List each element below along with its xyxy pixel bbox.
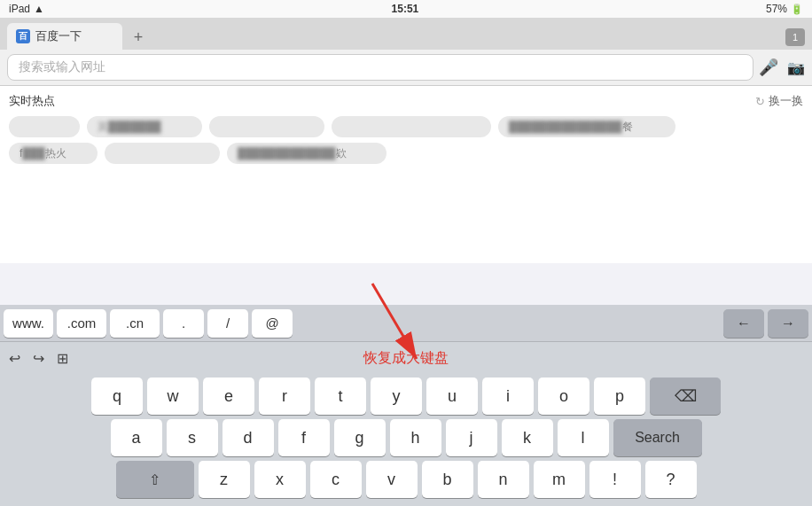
key-t[interactable]: t [315, 378, 366, 415]
tabs-count[interactable]: 1 [785, 28, 805, 46]
hotspot-row-2: f███热火 █████████████欵 [9, 143, 803, 164]
baidu-icon: 百 [16, 29, 30, 43]
address-placeholder: 搜索或输入网址 [19, 59, 105, 75]
key-z[interactable]: z [199, 461, 250, 498]
hotspot-item[interactable]: f███热火 [9, 143, 98, 164]
key-i[interactable]: i [482, 378, 534, 415]
status-left: iPad ▲ [9, 3, 44, 15]
key-a[interactable]: a [111, 419, 162, 456]
refresh-label: 换一换 [769, 93, 803, 109]
url-key-com[interactable]: .com [57, 309, 106, 338]
wifi-icon: ▲ [34, 3, 44, 15]
microphone-icon[interactable]: 🎤 [759, 58, 778, 77]
key-question[interactable]: ? [645, 461, 697, 498]
status-bar: iPad ▲ 15:51 57% 🔋 [0, 0, 812, 18]
arrow-left-key[interactable]: ← [723, 309, 764, 338]
key-search[interactable]: Search [613, 419, 702, 456]
key-g[interactable]: g [334, 419, 386, 456]
clock: 15:51 [392, 3, 419, 15]
key-d[interactable]: d [223, 419, 274, 456]
tab-title: 百度一下 [35, 28, 82, 44]
url-key-at[interactable]: @ [252, 309, 293, 338]
section-title: 实时热点 [9, 93, 55, 109]
key-shift[interactable]: ⇧ [116, 461, 194, 498]
key-h[interactable]: h [390, 419, 441, 456]
refresh-icon: ↻ [755, 95, 765, 108]
hotspot-item[interactable]: █████████████欵 [227, 143, 386, 164]
key-j[interactable]: j [446, 419, 497, 456]
hotspot-row-1: 莫███████ ███████████████餐 [9, 116, 803, 137]
key-row-1: q w e r t y u i o p ⌫ [4, 378, 808, 415]
key-w[interactable]: w [147, 378, 199, 415]
battery-label: 57% [766, 3, 787, 15]
url-key-slash[interactable]: / [207, 309, 248, 338]
key-e[interactable]: e [203, 378, 254, 415]
keyboard-rows: q w e r t y u i o p ⌫ a s d f g h j k l … [0, 374, 812, 506]
hotspot-item[interactable]: ███████████████餐 [498, 116, 675, 137]
url-key-www[interactable]: www. [4, 309, 53, 338]
key-o[interactable]: o [538, 378, 589, 415]
key-l[interactable]: l [558, 419, 609, 456]
key-f[interactable]: f [278, 419, 330, 456]
ipad-label: iPad [9, 3, 30, 15]
section-header: 实时热点 ↻ 换一换 [9, 93, 803, 109]
key-q[interactable]: q [91, 378, 143, 415]
address-input[interactable]: 搜索或输入网址 [7, 54, 753, 81]
key-x[interactable]: x [254, 461, 306, 498]
key-r[interactable]: r [259, 378, 310, 415]
battery-icon: 🔋 [791, 4, 803, 15]
paste-button[interactable]: ⊞ [57, 350, 68, 367]
tab-right-actions: 1 [785, 28, 805, 46]
camera-icon[interactable]: 📷 [787, 59, 805, 76]
key-m[interactable]: m [534, 461, 585, 498]
active-tab[interactable]: 百 百度一下 [7, 23, 122, 50]
add-tab-button[interactable]: + [126, 25, 151, 50]
key-c[interactable]: c [310, 461, 362, 498]
url-shortcuts-row: www. .com .cn . / @ ← → [0, 305, 812, 342]
hotspot-item[interactable] [332, 116, 491, 137]
key-row-3: ⇧ z x c v b n m ! ? [4, 461, 808, 498]
address-bar: 搜索或输入网址 🎤 📷 [0, 50, 812, 85]
hotspot-item[interactable] [9, 116, 80, 137]
hotspot-item[interactable] [209, 116, 324, 137]
hotspot-item[interactable]: 莫███████ [87, 116, 202, 137]
key-k[interactable]: k [502, 419, 553, 456]
key-y[interactable]: y [371, 378, 422, 415]
key-b[interactable]: b [422, 461, 473, 498]
key-p[interactable]: p [594, 378, 645, 415]
tab-bar: 百 百度一下 + 1 [0, 18, 812, 50]
key-row-2: a s d f g h j k l Search [4, 419, 808, 456]
redo-button[interactable]: ↪ [33, 350, 44, 367]
address-icons: 🎤 📷 [759, 58, 805, 77]
status-right: 57% 🔋 [766, 3, 803, 15]
arrow-keys: ← → [723, 309, 808, 338]
refresh-button[interactable]: ↻ 换一换 [755, 93, 803, 109]
key-exclaim[interactable]: ! [589, 461, 641, 498]
url-key-dot[interactable]: . [163, 309, 204, 338]
annotation-text: 恢复成大键盘 [363, 349, 449, 368]
keyboard-area: www. .com .cn . / @ ← → ↩ ↪ ⊞ 恢复成大键盘 q w… [0, 305, 812, 506]
key-v[interactable]: v [366, 461, 418, 498]
arrow-right-key[interactable]: → [768, 309, 808, 338]
key-s[interactable]: s [167, 419, 218, 456]
undo-button[interactable]: ↩ [9, 350, 20, 367]
key-n[interactable]: n [478, 461, 529, 498]
hotspot-item[interactable] [105, 143, 220, 164]
content-area: 实时热点 ↻ 换一换 莫███████ ███████████████餐 f██… [0, 86, 812, 263]
key-u[interactable]: u [426, 378, 478, 415]
keyboard-toolbar: ↩ ↪ ⊞ 恢复成大键盘 [0, 342, 812, 374]
browser-chrome: 百 百度一下 + 1 搜索或输入网址 🎤 📷 [0, 18, 812, 86]
key-delete[interactable]: ⌫ [650, 378, 721, 415]
url-key-cn[interactable]: .cn [110, 309, 160, 338]
